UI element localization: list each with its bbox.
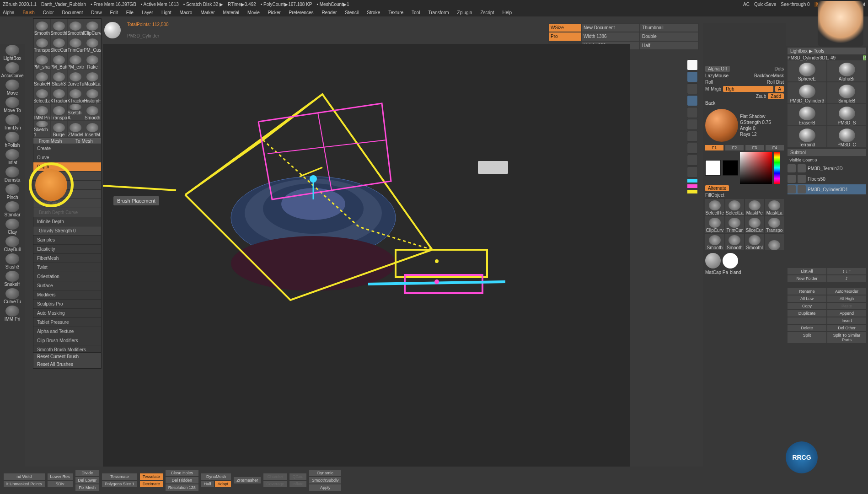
- tool-slot-pm3d_c[interactable]: PM3D_C: [827, 126, 866, 147]
- ac-indicator[interactable]: AC: [743, 2, 750, 7]
- tool-curvetu[interactable]: CurveTu: [1, 288, 23, 305]
- fill-f4[interactable]: F4: [766, 145, 784, 150]
- roll-dist[interactable]: Roll Dist: [767, 80, 784, 85]
- all-low-button[interactable]: All Low: [788, 295, 826, 302]
- pro-button[interactable]: Pro: [549, 32, 581, 40]
- brush-transpo[interactable]: Transpo: [51, 104, 67, 120]
- tool-pinch[interactable]: Pinch: [1, 184, 23, 200]
- tool-slash3[interactable]: Slash3: [1, 253, 23, 270]
- quick-clipcurv[interactable]: ClipCurv: [705, 216, 724, 233]
- quick-smoothl[interactable]: Smoothl: [745, 234, 764, 250]
- lower-res[interactable]: Lower Res: [48, 473, 73, 480]
- menu-stroke[interactable]: Stroke: [367, 10, 380, 15]
- inner-depth[interactable]: InnerDepth: [33, 199, 101, 208]
- menu-zscript[interactable]: Zscript: [480, 10, 494, 15]
- viewport[interactable]: [103, 44, 630, 467]
- qgrid[interactable]: QGrid: [289, 473, 306, 480]
- color-cyan[interactable]: [687, 179, 697, 183]
- quick-selectla[interactable]: SelectLa: [725, 199, 745, 215]
- gstrength[interactable]: GStrength 0.75: [740, 120, 771, 125]
- angle[interactable]: Angle 0: [740, 126, 771, 131]
- chamfer[interactable]: Chamfer: [263, 473, 287, 480]
- zremesher[interactable]: ZRemesher: [234, 477, 261, 483]
- double-button[interactable]: Double: [640, 32, 698, 40]
- tool-slot-pm3d_s[interactable]: PM3D_S: [827, 104, 866, 125]
- insert-button[interactable]: Insert: [827, 317, 866, 324]
- half-button[interactable]: Half: [201, 481, 214, 487]
- delete-button[interactable]: Delete: [788, 325, 826, 331]
- brush-clipcurv[interactable]: ClipCurv: [84, 19, 101, 36]
- infinite-depth[interactable]: Infinite Depth: [33, 217, 101, 226]
- brush-snakeh[interactable]: SnakeH: [34, 70, 50, 86]
- menu-stencil[interactable]: Stencil: [345, 10, 359, 15]
- quick-smooth[interactable]: Smooth: [705, 234, 724, 250]
- quick-smooth[interactable]: Smooth: [725, 234, 745, 250]
- menu-alpha-and-texture[interactable]: Alpha and Texture: [33, 327, 101, 336]
- fill-f2[interactable]: F2: [725, 145, 744, 150]
- wsize-button[interactable]: WSize: [549, 24, 581, 32]
- brush-historyf[interactable]: HistoryF: [84, 87, 101, 103]
- menu-brush[interactable]: Brush: [23, 10, 35, 15]
- ruler-icon[interactable]: [687, 95, 698, 106]
- menu-preferences[interactable]: Preferences: [289, 10, 314, 15]
- split-similar-button[interactable]: Split To Similar Parts: [827, 332, 866, 343]
- tool-slot-pm3d_cylinder3[interactable]: PM3D_Cylinder3: [788, 82, 826, 103]
- autoreorder-button[interactable]: AutoReorder: [827, 288, 866, 295]
- fill-f1[interactable]: F1: [705, 145, 723, 150]
- unmasked[interactable]: it Unmasked Points: [4, 481, 45, 487]
- menu-help[interactable]: Help: [502, 10, 512, 15]
- duplicate-button[interactable]: Duplicate: [788, 310, 826, 317]
- menu-document[interactable]: Document: [62, 10, 83, 15]
- subtool-row[interactable]: PM3D_Cylinder3D1: [788, 184, 866, 194]
- quick-trimcur[interactable]: TrimCur: [725, 216, 745, 233]
- eye-icon[interactable]: [687, 71, 698, 82]
- fill-f3[interactable]: F3: [745, 145, 764, 150]
- clipboard-icon[interactable]: [687, 166, 698, 177]
- paste-button[interactable]: Paste: [827, 303, 866, 309]
- brush-curvetu[interactable]: CurveTu: [68, 70, 84, 86]
- tool-trimdyn[interactable]: TrimDyn: [1, 114, 23, 131]
- subtool-row[interactable]: Fibers50: [788, 174, 866, 184]
- menu-draw[interactable]: Draw: [91, 10, 102, 15]
- copy-button[interactable]: Copy: [788, 303, 826, 309]
- menu-auto-masking[interactable]: Auto Masking: [33, 309, 101, 318]
- color-picker[interactable]: [740, 152, 772, 184]
- tool-damsta[interactable]: Damsta: [1, 166, 23, 183]
- menu-movie[interactable]: Movie: [247, 10, 260, 15]
- menu-material[interactable]: Material: [223, 10, 240, 15]
- mrgb-button[interactable]: Mrgb: [711, 86, 721, 91]
- brush-rake[interactable]: Rake: [84, 53, 101, 70]
- seethrough-slider[interactable]: See-through 0: [781, 2, 809, 7]
- reset-current-brush[interactable]: Reset Current Brush: [33, 353, 101, 360]
- tool-accucurve[interactable]: AccuCurve: [1, 62, 23, 79]
- quicksave-button[interactable]: QuickSave: [754, 2, 776, 7]
- brush-xtractor[interactable]: XTractor: [68, 87, 84, 103]
- menu-sculptris-pro[interactable]: Sculptris Pro: [33, 300, 101, 309]
- color-yellow[interactable]: [687, 190, 697, 193]
- tool-imm pri[interactable]: IMM Pri: [1, 306, 23, 322]
- mesh-thumbnail[interactable]: [104, 22, 121, 38]
- measure-icon[interactable]: [687, 107, 698, 118]
- brush-zmodel[interactable]: ZModel: [68, 121, 84, 137]
- menu-color[interactable]: Color: [43, 10, 54, 15]
- menu-layer[interactable]: Layer: [142, 10, 153, 15]
- brush-smoothl[interactable]: Smoothl: [68, 19, 84, 36]
- quick-empty[interactable]: [765, 234, 784, 250]
- menu-marker[interactable]: Marker: [200, 10, 214, 15]
- menu-tool[interactable]: Tool: [412, 10, 420, 15]
- roll[interactable]: Roll: [705, 80, 713, 85]
- material-white[interactable]: [723, 253, 738, 268]
- brush-insertm[interactable]: InsertM: [84, 121, 101, 137]
- tool-hpolish[interactable]: hPolish: [1, 132, 23, 148]
- menu-create[interactable]: Create: [33, 144, 101, 153]
- tool-slot-eraserb[interactable]: EraserB: [788, 104, 826, 125]
- brush-maskla[interactable]: MaskLa: [84, 70, 101, 86]
- list-all[interactable]: List All: [788, 268, 826, 274]
- menu-transform[interactable]: Transform: [428, 10, 449, 15]
- fill-object[interactable]: FillObject: [705, 193, 724, 198]
- lightbox-header[interactable]: Lightbox ▶ Tools: [788, 48, 866, 54]
- quick-selectre[interactable]: SelectRe: [705, 199, 724, 215]
- menu-edit[interactable]: Edit: [110, 10, 118, 15]
- del-lower[interactable]: Del Lower: [75, 477, 100, 483]
- brush-smooth[interactable]: Smooth: [84, 104, 101, 120]
